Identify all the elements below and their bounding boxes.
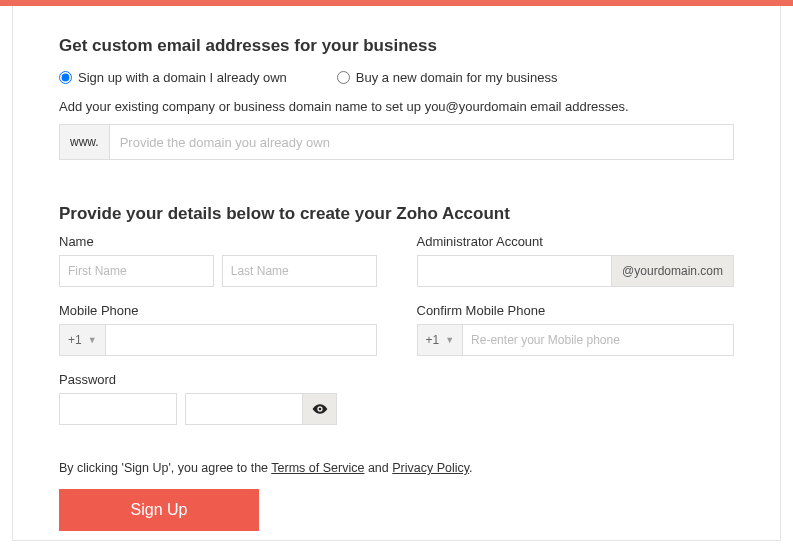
mobile-input[interactable]: [106, 324, 377, 356]
first-name-input[interactable]: [59, 255, 214, 287]
admin-label: Administrator Account: [417, 234, 735, 249]
form-col-left: Name Mobile Phone +1 ▼ Password: [59, 234, 377, 441]
chevron-down-icon: ▼: [445, 335, 454, 345]
agree-prefix: By clicking 'Sign Up', you agree to the: [59, 461, 271, 475]
radio-own-domain[interactable]: Sign up with a domain I already own: [59, 70, 287, 85]
password-field-block: Password: [59, 372, 377, 425]
agree-suffix: .: [469, 461, 472, 475]
form-grid: Name Mobile Phone +1 ▼ Password: [59, 234, 734, 441]
domain-input-wrap: www.: [59, 124, 734, 160]
admin-domain-suffix: @yourdomain.com: [612, 255, 734, 287]
confirm-mobile-input[interactable]: [463, 324, 734, 356]
radio-buy-domain-label: Buy a new domain for my business: [356, 70, 558, 85]
terms-of-service-link[interactable]: Terms of Service: [271, 461, 364, 475]
password-label: Password: [59, 372, 377, 387]
admin-field-block: Administrator Account @yourdomain.com: [417, 234, 735, 287]
mobile-field-block: Mobile Phone +1 ▼: [59, 303, 377, 356]
confirm-mobile-field-block: Confirm Mobile Phone +1 ▼: [417, 303, 735, 356]
last-name-input[interactable]: [222, 255, 377, 287]
signup-button[interactable]: Sign Up: [59, 489, 259, 531]
radio-buy-domain-input[interactable]: [337, 71, 350, 84]
radio-own-domain-label: Sign up with a domain I already own: [78, 70, 287, 85]
mobile-country-code-value: +1: [68, 333, 82, 347]
mobile-country-code-select[interactable]: +1 ▼: [59, 324, 106, 356]
domain-hint-text: Add your existing company or business do…: [59, 99, 734, 114]
agreement-text: By clicking 'Sign Up', you agree to the …: [59, 461, 734, 475]
radio-buy-domain[interactable]: Buy a new domain for my business: [337, 70, 558, 85]
domain-input[interactable]: [110, 125, 733, 159]
domain-prefix-label: www.: [60, 125, 110, 159]
eye-icon: [312, 401, 328, 417]
privacy-policy-link[interactable]: Privacy Policy: [392, 461, 469, 475]
chevron-down-icon: ▼: [88, 335, 97, 345]
section-title-domain: Get custom email addresses for your busi…: [59, 36, 734, 56]
confirm-mobile-country-code-value: +1: [426, 333, 440, 347]
domain-option-radios: Sign up with a domain I already own Buy …: [59, 70, 734, 85]
name-label: Name: [59, 234, 377, 249]
confirm-mobile-country-code-select[interactable]: +1 ▼: [417, 324, 464, 356]
confirm-mobile-label: Confirm Mobile Phone: [417, 303, 735, 318]
form-col-right: Administrator Account @yourdomain.com Co…: [417, 234, 735, 441]
mobile-label: Mobile Phone: [59, 303, 377, 318]
admin-account-input[interactable]: [417, 255, 613, 287]
name-field-block: Name: [59, 234, 377, 287]
radio-own-domain-input[interactable]: [59, 71, 72, 84]
toggle-password-visibility[interactable]: [303, 393, 337, 425]
password-input[interactable]: [59, 393, 177, 425]
signup-panel: Get custom email addresses for your busi…: [12, 6, 781, 541]
section-title-details: Provide your details below to create you…: [59, 204, 734, 224]
agree-mid: and: [364, 461, 392, 475]
confirm-password-input[interactable]: [185, 393, 303, 425]
